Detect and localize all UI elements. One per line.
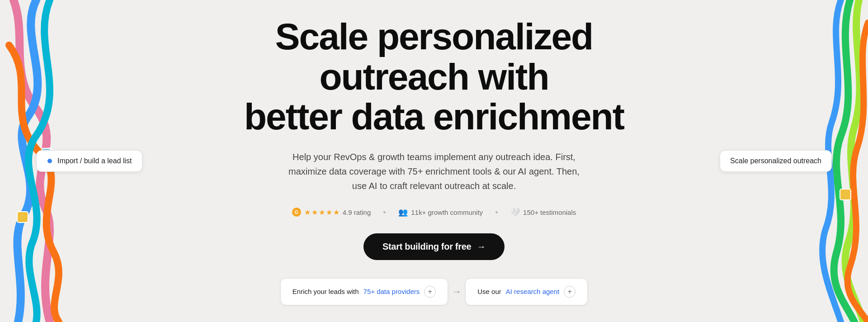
- hero-subtitle: Help your RevOps & growth teams implemen…: [280, 150, 588, 193]
- float-card-right: Scale personalized outreach: [720, 150, 832, 172]
- rating-value: 4.9 rating: [343, 208, 371, 216]
- separator-2: [495, 211, 498, 213]
- plus-icon-2[interactable]: +: [564, 286, 576, 298]
- float-card-left: Import / build a lead list: [36, 150, 142, 172]
- people-icon: 👥: [398, 208, 408, 217]
- cta-button[interactable]: Start building for free →: [363, 233, 505, 260]
- g2-icon: G: [292, 208, 301, 217]
- cta-label: Start building for free: [382, 242, 471, 252]
- workflow-row: Enrich your leads with 75+ data provider…: [280, 278, 588, 305]
- hero-title: Scale personalized outreach with better …: [208, 17, 660, 137]
- testimonials-count: 🤍 150+ testimonials: [510, 208, 576, 217]
- float-dot-left: [47, 158, 53, 164]
- plus-icon-1[interactable]: +: [424, 286, 436, 298]
- separator-1: [383, 211, 386, 213]
- workflow-card-2[interactable]: Use our AI research agent +: [465, 278, 588, 305]
- workflow-card-2-text: Use our: [477, 288, 501, 295]
- workflow-card-1[interactable]: Enrich your leads with 75+ data provider…: [280, 278, 448, 305]
- workflow-card-1-text: Enrich your leads with: [292, 288, 359, 295]
- heart-icon: 🤍: [510, 208, 520, 217]
- g2-rating: G ★ ★ ★ ★ ★ 4.9 rating: [292, 208, 371, 217]
- ratings-row: G ★ ★ ★ ★ ★ 4.9 rating 👥 11k+ growth com…: [292, 208, 576, 217]
- cta-arrow-icon: →: [476, 242, 486, 252]
- star-1: ★: [304, 208, 311, 217]
- star-2: ★: [311, 208, 318, 217]
- workflow-card-1-link[interactable]: 75+ data providers: [363, 288, 420, 295]
- workflow-card-2-link[interactable]: AI research agent: [506, 288, 559, 295]
- community-text: 11k+ growth community: [411, 208, 483, 216]
- star-rating: ★ ★ ★ ★ ★: [304, 208, 340, 217]
- star-5: ★: [333, 208, 340, 217]
- star-3: ★: [319, 208, 325, 217]
- float-card-left-label: Import / build a lead list: [57, 157, 132, 165]
- star-4: ★: [326, 208, 332, 217]
- testimonials-text: 150+ testimonials: [523, 208, 576, 216]
- float-card-right-label: Scale personalized outreach: [730, 157, 821, 165]
- community-count: 👥 11k+ growth community: [398, 208, 483, 217]
- workflow-arrow: →: [448, 286, 465, 298]
